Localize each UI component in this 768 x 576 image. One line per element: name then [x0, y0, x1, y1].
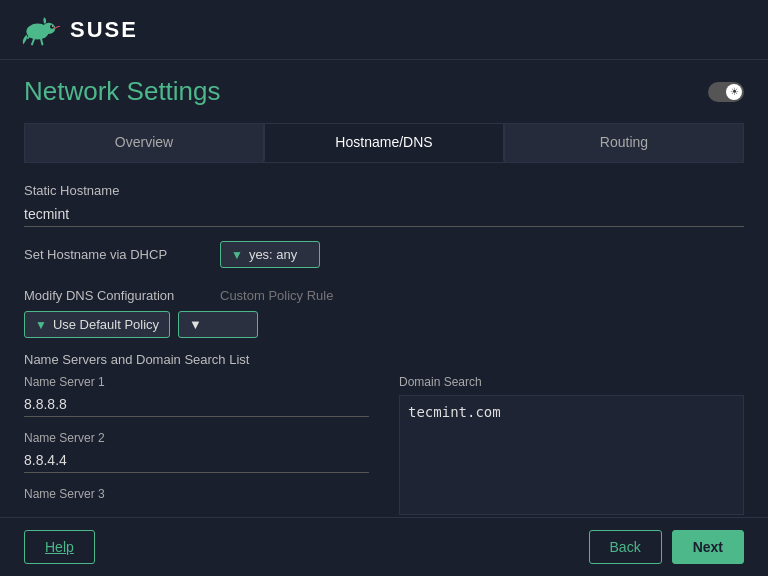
static-hostname-input[interactable]: [24, 202, 744, 227]
ns1-field: Name Server 1: [24, 375, 369, 417]
tab-overview[interactable]: Overview: [24, 123, 264, 162]
ns2-field: Name Server 2: [24, 431, 369, 473]
tab-hostname-dns[interactable]: Hostname/DNS: [264, 123, 504, 162]
custom-policy-label: Custom Policy Rule: [220, 282, 333, 303]
page-title: Network Settings: [24, 76, 221, 107]
footer: Help Back Next: [0, 517, 768, 576]
policy-arrow-icon: ▼: [35, 318, 47, 332]
ns2-input[interactable]: [24, 448, 369, 473]
policy-dropdown-button[interactable]: ▼: [178, 311, 258, 338]
ns1-input[interactable]: [24, 392, 369, 417]
dhcp-value: yes: any: [249, 247, 297, 262]
footer-right: Back Next: [589, 530, 744, 564]
ns-section-label: Name Servers and Domain Search List: [24, 352, 744, 367]
modify-dns-label: Modify DNS Configuration: [24, 282, 204, 303]
ns1-label: Name Server 1: [24, 375, 369, 389]
use-default-policy-button[interactable]: ▼ Use Default Policy: [24, 311, 170, 338]
main-container: Network Settings ☀ Overview Hostname/DNS…: [0, 60, 768, 559]
dhcp-arrow-icon: ▼: [231, 248, 243, 262]
domain-search-label: Domain Search: [399, 375, 744, 389]
dhcp-row: Set Hostname via DHCP ▼ yes: any: [24, 241, 744, 268]
header: SUSE: [0, 0, 768, 60]
tabs-container: Overview Hostname/DNS Routing: [24, 123, 744, 163]
static-hostname-section: Static Hostname: [24, 183, 744, 227]
help-button[interactable]: Help: [24, 530, 95, 564]
next-button[interactable]: Next: [672, 530, 744, 564]
static-hostname-label: Static Hostname: [24, 183, 744, 198]
ns3-label: Name Server 3: [24, 487, 369, 501]
domain-search-textarea[interactable]: [399, 395, 744, 515]
footer-left: Help: [24, 530, 95, 564]
theme-toggle-knob: ☀: [726, 84, 742, 100]
back-button[interactable]: Back: [589, 530, 662, 564]
theme-icon: ☀: [730, 86, 739, 97]
dns-buttons-row: ▼ Use Default Policy ▼: [24, 311, 744, 338]
ns2-label: Name Server 2: [24, 431, 369, 445]
dhcp-label: Set Hostname via DHCP: [24, 247, 204, 262]
svg-line-5: [41, 38, 43, 44]
theme-toggle-button[interactable]: ☀: [708, 82, 744, 102]
svg-line-4: [32, 38, 34, 44]
tab-routing[interactable]: Routing: [504, 123, 744, 162]
svg-point-1: [42, 22, 55, 33]
dropdown-arrow-icon: ▼: [189, 317, 202, 332]
policy-label: Use Default Policy: [53, 317, 159, 332]
svg-point-2: [50, 24, 54, 28]
dns-config-row: Modify DNS Configuration Custom Policy R…: [24, 282, 744, 303]
logo-area: SUSE: [20, 14, 138, 46]
dhcp-select-button[interactable]: ▼ yes: any: [220, 241, 320, 268]
page-title-row: Network Settings ☀: [24, 76, 744, 107]
suse-logo-icon: [20, 14, 60, 46]
logo-text: SUSE: [70, 17, 138, 43]
svg-point-3: [52, 25, 54, 27]
